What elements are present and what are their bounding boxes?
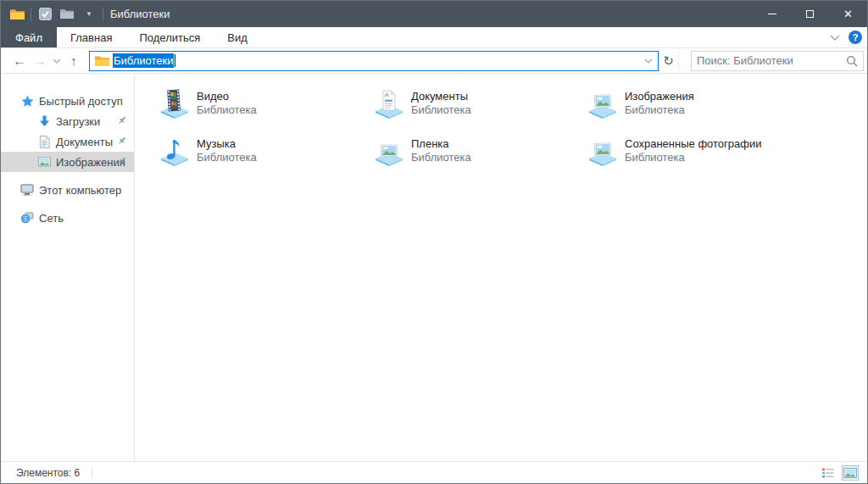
documents-library-icon <box>374 88 404 119</box>
address-dropdown-chevron-icon[interactable] <box>644 58 654 64</box>
explorer-window: ▾ Библиотеки ✕ Файл Главная Поделиться В… <box>0 0 868 484</box>
item-name: Документы <box>411 90 471 103</box>
network-icon <box>19 212 35 224</box>
sidebar-item-label: Быстрый доступ <box>39 95 123 108</box>
saved-pictures-library-icon <box>587 136 618 166</box>
properties-icon[interactable] <box>36 5 53 24</box>
search-icon[interactable] <box>846 55 858 67</box>
sidebar-item-label: Сеть <box>39 212 64 225</box>
sidebar-item-label: Загрузки <box>56 115 100 128</box>
libraries-folder-icon <box>95 55 109 67</box>
pin-icon <box>117 115 127 128</box>
item-type: Библиотека <box>411 151 471 164</box>
address-selected-text: Библиотеки <box>113 53 174 68</box>
sidebar-item-pictures[interactable]: Изображения <box>1 152 134 172</box>
statusbar-separator <box>92 467 92 479</box>
library-item-video[interactable]: Видео Библиотека <box>159 88 367 120</box>
files-area: Видео Библиотека <box>135 74 867 461</box>
sidebar-item-quick-access[interactable]: Быстрый доступ <box>1 91 134 111</box>
library-item-saved-pictures[interactable]: Сохраненные фотографии Библиотека <box>587 136 795 168</box>
refresh-button[interactable]: ↻ <box>659 51 679 71</box>
video-library-icon <box>159 88 190 119</box>
explorer-folder-icon <box>8 5 25 24</box>
search-placeholder: Поиск: Библиотеки <box>697 54 793 67</box>
item-name: Изображения <box>625 90 694 103</box>
toolbar-separator <box>103 8 103 21</box>
document-icon <box>36 136 52 148</box>
thumbnail-view-button[interactable] <box>842 465 859 481</box>
toolbar-separator <box>31 8 31 21</box>
maximize-button[interactable] <box>791 1 829 27</box>
item-type: Библиотека <box>625 151 761 164</box>
tab-view[interactable]: Вид <box>214 27 261 47</box>
help-icon[interactable]: ? <box>849 31 862 44</box>
customize-toolbar-chevron-icon[interactable]: ▾ <box>81 5 97 24</box>
download-icon <box>36 115 52 127</box>
tab-home[interactable]: Главная <box>57 27 125 47</box>
forward-button[interactable]: → <box>30 51 50 71</box>
library-item-music[interactable]: Музыка Библиотека <box>159 136 367 168</box>
close-button[interactable]: ✕ <box>829 1 867 27</box>
sidebar-item-downloads[interactable]: Загрузки <box>1 111 134 131</box>
text-caret <box>175 54 175 67</box>
sidebar-item-label: Документы <box>56 136 113 148</box>
pin-icon <box>117 156 127 169</box>
sidebar-item-network[interactable]: Сеть <box>1 208 134 228</box>
search-input[interactable]: Поиск: Библиотеки <box>691 51 864 71</box>
sidebar-item-label: Изображения <box>56 156 125 169</box>
library-item-pictures[interactable]: Изображения Библиотека <box>587 88 795 120</box>
item-name: Музыка <box>197 137 257 151</box>
star-icon <box>19 95 35 108</box>
computer-icon <box>19 184 35 196</box>
item-name: Пленка <box>411 137 471 151</box>
sidebar-item-documents[interactable]: Документы <box>1 131 134 152</box>
item-type: Библиотека <box>197 103 257 117</box>
picture-icon <box>36 157 52 167</box>
item-name: Видео <box>197 90 257 103</box>
pin-icon <box>117 136 127 148</box>
navigation-pane: Быстрый доступ Загрузки Документы <box>1 74 135 461</box>
item-type: Библиотека <box>625 103 694 117</box>
sidebar-item-label: Этот компьютер <box>39 184 121 197</box>
item-type: Библиотека <box>411 103 471 117</box>
tab-file[interactable]: Файл <box>1 27 57 47</box>
ribbon-tabs: Файл Главная Поделиться Вид ? <box>1 27 867 48</box>
items-count: Элементов: 6 <box>16 467 80 479</box>
camera-roll-library-icon <box>374 136 404 166</box>
pictures-library-icon <box>587 88 618 119</box>
address-row: ← → ↑ Библиотеки ↻ Поиск: Библиотеки <box>1 48 867 74</box>
quick-access-toolbar: ▾ <box>1 5 103 24</box>
window-title: Библиотеки <box>110 8 170 20</box>
window-controls: ✕ <box>753 1 867 27</box>
library-item-camera-roll[interactable]: Пленка Библиотека <box>374 136 581 168</box>
sidebar-item-this-pc[interactable]: Этот компьютер <box>1 180 134 200</box>
details-view-button[interactable] <box>820 465 837 481</box>
library-item-documents[interactable]: Документы Библиотека <box>374 88 581 120</box>
item-name: Сохраненные фотографии <box>625 137 761 151</box>
back-button[interactable]: ← <box>9 51 30 71</box>
recent-locations-chevron-icon[interactable] <box>50 51 64 71</box>
minimize-button[interactable] <box>753 1 791 27</box>
titlebar: ▾ Библиотеки ✕ <box>1 1 867 27</box>
new-folder-icon[interactable] <box>58 5 75 24</box>
expand-ribbon-chevron-icon[interactable] <box>830 35 840 41</box>
music-library-icon <box>159 136 190 166</box>
statusbar: Элементов: 6 <box>1 461 867 484</box>
item-type: Библиотека <box>197 151 257 164</box>
up-button[interactable]: ↑ <box>64 51 84 71</box>
address-input[interactable]: Библиотеки <box>89 51 659 71</box>
tab-share[interactable]: Поделиться <box>125 27 214 47</box>
